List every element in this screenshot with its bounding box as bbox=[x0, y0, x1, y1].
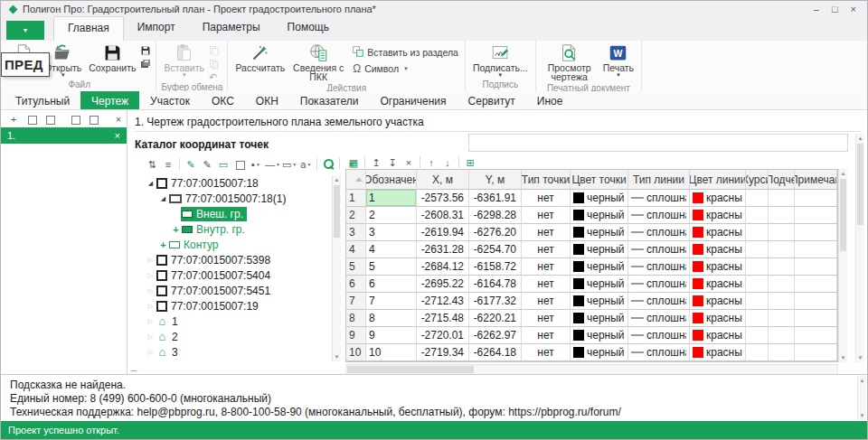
section-tab[interactable]: Участок bbox=[139, 91, 201, 109]
point-type-cell[interactable]: нет bbox=[522, 258, 571, 276]
point-type-cell[interactable]: нет bbox=[522, 190, 571, 207]
point-color-cell[interactable]: черный bbox=[571, 310, 628, 327]
add-icon[interactable]: + bbox=[158, 239, 168, 250]
line-color-cell[interactable]: красный bbox=[690, 224, 746, 241]
line-color-cell[interactable]: красный bbox=[690, 293, 746, 310]
point-type-cell[interactable]: нет bbox=[522, 310, 571, 327]
tree-item[interactable]: Внеш. гр. bbox=[144, 206, 330, 221]
column-header[interactable]: Подче bbox=[769, 170, 795, 190]
designation-cell[interactable]: 8 bbox=[366, 310, 417, 327]
designation-cell[interactable]: 7 bbox=[366, 293, 417, 310]
point-color-cell[interactable]: черный bbox=[571, 344, 628, 361]
y-cell[interactable]: -6264.18 bbox=[469, 344, 522, 361]
line-type-cell[interactable]: сплошная bbox=[628, 327, 690, 344]
row-number-cell[interactable]: 2 bbox=[346, 207, 366, 224]
row-number-cell[interactable]: 7 bbox=[346, 293, 366, 310]
y-cell[interactable]: -6164.78 bbox=[469, 276, 522, 293]
designation-cell[interactable]: 9 bbox=[366, 327, 417, 344]
y-cell[interactable]: -6276.20 bbox=[469, 224, 522, 241]
point-type-cell[interactable]: нет bbox=[522, 293, 571, 310]
line-color-cell[interactable]: красный bbox=[690, 310, 746, 327]
italic-cell[interactable] bbox=[746, 258, 769, 276]
point-type-cell[interactable]: нет bbox=[522, 207, 571, 224]
line-color-cell[interactable]: красный bbox=[690, 241, 746, 258]
y-cell[interactable]: -6158.72 bbox=[469, 258, 522, 276]
preview-contour-icon[interactable] bbox=[320, 156, 336, 172]
content-scrollbar[interactable]: ▲ ▼ bbox=[855, 134, 864, 362]
y-cell[interactable]: -6220.21 bbox=[469, 310, 522, 327]
tree-item[interactable]: ▷⌂3 bbox=[144, 344, 330, 360]
line-type-cell[interactable]: сплошная bbox=[628, 258, 690, 276]
delete-drawing-icon[interactable]: × bbox=[110, 111, 127, 126]
scroll-thumb[interactable] bbox=[840, 179, 846, 251]
x-cell[interactable]: -2719.34 bbox=[417, 344, 469, 361]
splitter-handle[interactable]: – bbox=[131, 365, 137, 374]
scroll-thumb[interactable] bbox=[347, 366, 474, 373]
copy-button[interactable] bbox=[209, 45, 220, 56]
point-color-cell[interactable]: черный bbox=[571, 190, 628, 207]
save-as-button[interactable] bbox=[140, 45, 151, 56]
calculate-button[interactable]: Рассчитать bbox=[232, 42, 288, 73]
y-cell[interactable]: -6298.28 bbox=[469, 207, 522, 224]
underline-cell[interactable] bbox=[769, 190, 795, 207]
label-style-menu-icon[interactable]: а▼ bbox=[297, 156, 314, 172]
designation-cell[interactable]: 3 bbox=[366, 224, 417, 241]
italic-cell[interactable] bbox=[746, 276, 769, 293]
note-cell[interactable] bbox=[795, 258, 837, 276]
point-style-menu-icon[interactable]: ▪▼ bbox=[248, 156, 264, 172]
section-tab[interactable]: Титульный bbox=[5, 91, 80, 109]
note-cell[interactable] bbox=[795, 293, 837, 310]
line-color-cell[interactable]: красный bbox=[690, 276, 746, 293]
tree-item[interactable]: ▷77:07:0015007:5404 bbox=[144, 267, 330, 283]
line-type-cell[interactable]: сплошная bbox=[628, 224, 690, 241]
note-cell[interactable] bbox=[795, 327, 837, 344]
section-tab[interactable]: Ограничения bbox=[369, 91, 457, 109]
scroll-up-icon[interactable]: ▲ bbox=[856, 134, 864, 143]
column-header[interactable]: Y, м bbox=[469, 170, 522, 190]
section-tab[interactable]: Сервитут bbox=[458, 91, 526, 109]
underline-cell[interactable] bbox=[769, 207, 795, 224]
column-header[interactable]: Курси bbox=[746, 170, 769, 190]
tree-order-icon[interactable]: ≡ bbox=[160, 156, 176, 172]
point-color-cell[interactable]: черный bbox=[571, 327, 628, 344]
column-header[interactable]: X, м bbox=[417, 170, 469, 190]
add-icon[interactable]: + bbox=[171, 224, 181, 235]
copy-drawing-icon[interactable] bbox=[24, 111, 40, 126]
designation-cell[interactable]: 10 bbox=[366, 344, 417, 361]
close-button[interactable]: × bbox=[851, 3, 856, 15]
italic-cell[interactable] bbox=[746, 310, 769, 327]
italic-cell[interactable] bbox=[746, 293, 769, 310]
x-cell[interactable]: -2573.56 bbox=[417, 190, 469, 207]
expander-icon[interactable]: ▷ bbox=[146, 303, 156, 310]
underline-cell[interactable] bbox=[769, 241, 795, 258]
help-scrollbar[interactable]: ▲ ▼ bbox=[857, 376, 866, 420]
fit-columns-icon[interactable]: ⊞ bbox=[462, 154, 478, 170]
point-type-cell[interactable]: нет bbox=[522, 241, 571, 258]
designation-cell[interactable]: 1 bbox=[366, 190, 417, 207]
underline-cell[interactable] bbox=[769, 224, 795, 241]
scroll-up-icon[interactable]: ▲ bbox=[333, 175, 341, 184]
row-number-cell[interactable]: 4 bbox=[346, 241, 366, 258]
tree-item[interactable]: ◢77:07:0015007:18(1) bbox=[144, 191, 330, 206]
section-tab[interactable]: Показатели bbox=[289, 91, 370, 109]
row-number-cell[interactable]: 8 bbox=[346, 310, 366, 327]
note-cell[interactable] bbox=[795, 190, 837, 207]
y-cell[interactable]: -6262.97 bbox=[469, 327, 522, 344]
expander-icon[interactable]: ▷ bbox=[146, 257, 156, 264]
undo-button[interactable]: ↶ bbox=[209, 72, 220, 81]
underline-cell[interactable] bbox=[769, 310, 795, 327]
line-type-cell[interactable]: сплошная bbox=[628, 276, 690, 293]
line-type-cell[interactable]: сплошная bbox=[628, 344, 690, 361]
maximize-button[interactable]: □ bbox=[832, 3, 838, 15]
line-color-cell[interactable]: красный bbox=[690, 327, 746, 344]
section-tab[interactable]: Иное bbox=[526, 91, 574, 109]
line-type-cell[interactable]: сплошная bbox=[628, 293, 690, 310]
menu-tab[interactable]: Помощь bbox=[274, 16, 343, 41]
insert-row-below-icon[interactable]: ↧ bbox=[384, 154, 401, 170]
column-header[interactable]: Тип линии bbox=[628, 170, 690, 190]
line-color-cell[interactable]: красный bbox=[690, 344, 746, 361]
line-type-cell[interactable]: сплошная bbox=[628, 310, 690, 327]
expander-icon[interactable]: ◢ bbox=[146, 180, 156, 187]
pkk-info-button[interactable]: Сведения с ПКК bbox=[289, 42, 347, 82]
point-color-cell[interactable]: черный bbox=[571, 241, 628, 258]
